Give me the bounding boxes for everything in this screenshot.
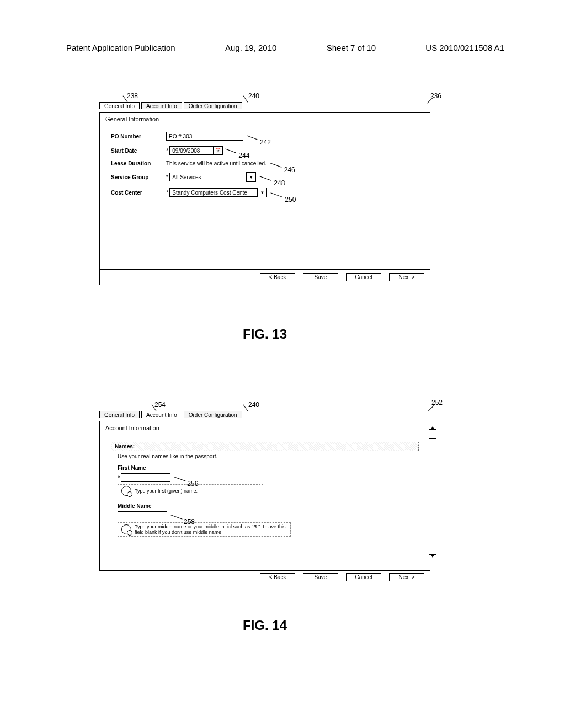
lead-244 <box>226 149 236 153</box>
callout-240-fig14: 240 <box>248 401 259 409</box>
required-first: * <box>118 474 120 481</box>
info-icon <box>121 486 131 496</box>
row-lease-duration: Lease Duration This service will be acti… <box>111 160 419 167</box>
service-group-input[interactable] <box>169 173 247 181</box>
label-service-group: Service Group <box>111 174 166 180</box>
service-group-select[interactable]: ▾ <box>169 172 256 182</box>
start-date-input[interactable] <box>169 146 214 155</box>
tab-account-info[interactable]: Account Info <box>141 102 182 109</box>
section-title-fig13: General Information <box>105 116 424 126</box>
cost-center-select[interactable]: ▾ <box>169 188 267 197</box>
callout-258: 258 <box>184 518 195 526</box>
tab-account-info[interactable]: Account Info <box>141 411 182 418</box>
callout-248: 248 <box>274 179 285 187</box>
lead-246 <box>270 163 281 167</box>
form-rows-fig13: PO Number 242 Start Date * 📅 244 Lease D… <box>105 126 424 197</box>
chevron-down-icon[interactable]: ▾ <box>257 188 267 197</box>
save-button[interactable]: Save <box>303 573 338 581</box>
info-icon <box>121 524 131 534</box>
row-service-group: Service Group * ▾ 248 <box>111 172 419 182</box>
callout-242: 242 <box>260 138 271 146</box>
label-lease: Lease Duration <box>111 160 166 167</box>
callout-238: 238 <box>127 92 138 100</box>
po-number-input[interactable] <box>166 132 243 141</box>
pub-date: Aug. 19, 2010 <box>225 43 276 52</box>
fig14-caption: FIG. 14 <box>243 618 287 633</box>
fig14-panel: 254 240 252 General Info Account Info Or… <box>99 411 430 582</box>
save-button[interactable]: Save <box>303 273 338 281</box>
back-button[interactable]: < Back <box>260 573 295 581</box>
middle-name-tip: Type your middle name or your middle ini… <box>118 522 291 537</box>
back-button[interactable]: < Back <box>260 273 295 281</box>
tab-general-info[interactable]: General Info <box>99 102 140 109</box>
pub-left: Patent Application Publication <box>66 43 175 52</box>
callout-244: 244 <box>238 152 249 159</box>
lease-duration-text: This service will be active until cancel… <box>166 160 266 167</box>
tab-bar-fig13: General Info Account Info Order Configur… <box>99 102 430 112</box>
cancel-button[interactable]: Cancel <box>346 573 381 581</box>
lead-258 <box>170 515 182 519</box>
callout-240: 240 <box>248 92 259 100</box>
lead-248 <box>260 176 271 180</box>
first-name-input[interactable] <box>121 473 170 482</box>
block-middle-name: Middle Name 258 Type your middle name or… <box>118 503 412 537</box>
callout-250: 250 <box>285 196 296 204</box>
label-start-date: Start Date <box>111 148 166 154</box>
middle-name-tip-text: Type your middle name or your middle ini… <box>135 524 287 535</box>
next-button[interactable]: Next > <box>389 573 424 581</box>
required-service: * <box>166 174 168 180</box>
lead-250 <box>271 192 282 197</box>
first-name-tip-text: Type your first (given) name. <box>135 488 198 494</box>
row-po-number: PO Number 242 <box>111 132 419 141</box>
chevron-down-icon[interactable]: ▾ <box>246 172 256 182</box>
cancel-button[interactable]: Cancel <box>346 273 381 281</box>
lead-240-fig13 <box>243 95 248 102</box>
middle-name-input[interactable] <box>118 511 167 520</box>
callout-246: 246 <box>284 166 295 174</box>
fig13-panel: 238 240 236 General Info Account Info Or… <box>99 102 430 298</box>
next-button[interactable]: Next > <box>389 273 424 281</box>
row-cost-center: Cost Center * ▾ 250 <box>111 188 419 197</box>
label-middle-name: Middle Name <box>118 503 412 509</box>
lead-256 <box>174 477 186 481</box>
fig13-caption: FIG. 13 <box>243 326 287 342</box>
panel-body-fig13: General Information PO Number 242 Start … <box>99 112 430 285</box>
label-cost-center: Cost Center <box>111 190 166 196</box>
pub-sheet: Sheet 7 of 10 <box>327 43 376 52</box>
tab-general-info[interactable]: General Info <box>99 411 140 418</box>
pub-no: US 2010/0211508 A1 <box>425 43 504 52</box>
section-title-fig14: Account Information <box>105 425 424 435</box>
names-hint: Use your real names like in the passport… <box>118 453 412 459</box>
tab-order-config[interactable]: Order Configuration <box>184 102 242 109</box>
names-section-header: Names: <box>111 442 419 451</box>
lead-242 <box>247 136 257 140</box>
tab-bar-fig14: General Info Account Info Order Configur… <box>99 411 430 421</box>
lead-240-fig14 <box>243 404 248 411</box>
callout-256: 256 <box>187 480 198 488</box>
callout-254: 254 <box>154 401 166 409</box>
scroll-down-icon[interactable] <box>429 545 436 555</box>
label-po-number: PO Number <box>111 133 166 140</box>
required-cost: * <box>166 189 168 196</box>
block-first-name: First Name * 256 Type your first (given)… <box>118 465 412 497</box>
required-start: * <box>166 147 168 154</box>
label-first-name: First Name <box>118 465 412 471</box>
scroll-up-icon[interactable] <box>429 429 436 439</box>
page-header: Patent Application Publication Aug. 19, … <box>66 43 504 52</box>
row-start-date: Start Date * 📅 244 <box>111 146 419 155</box>
tab-order-config[interactable]: Order Configuration <box>184 411 242 418</box>
cost-center-input[interactable] <box>169 188 258 197</box>
calendar-icon[interactable]: 📅 <box>213 146 223 155</box>
panel-body-fig14: Account Information Names: Use your real… <box>99 421 430 571</box>
